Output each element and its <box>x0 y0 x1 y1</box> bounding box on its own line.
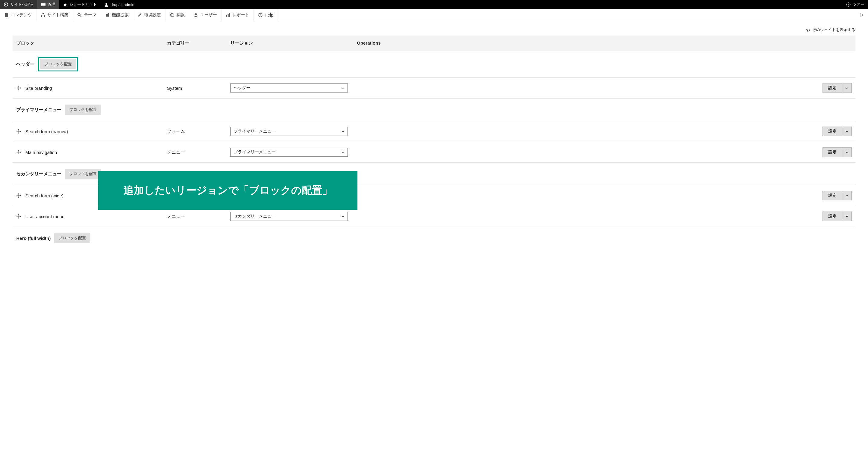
chevron-down-icon <box>341 130 344 133</box>
admin-content[interactable]: コンテンツ <box>0 9 36 21</box>
region-primary-menu: プライマリーメニュー ブロックを配置 <box>13 99 855 121</box>
annotation-overlay: 追加したいリージョンで「ブロックの配置」 <box>98 171 358 210</box>
admin-appearance[interactable]: テーマ <box>73 9 101 21</box>
place-block-button[interactable]: ブロックを配置 <box>40 59 76 69</box>
show-weights-link[interactable]: 行のウェイトを表示する <box>806 27 855 32</box>
admin-translate[interactable]: 翻訳 <box>165 9 189 21</box>
drag-handle-icon[interactable] <box>16 150 21 155</box>
admin-reports[interactable]: レポート <box>221 9 254 21</box>
settings-button[interactable]: 設定 <box>823 191 842 200</box>
chevron-down-icon <box>845 194 848 197</box>
tour-label: ツアー <box>852 2 864 7</box>
operations-dropdown[interactable] <box>842 127 852 136</box>
help-circle-icon: ? <box>258 13 263 18</box>
translate-label: 翻訳 <box>176 12 185 18</box>
settings-button[interactable]: 設定 <box>823 147 842 157</box>
region-select[interactable]: セカンダリーメニュー <box>230 212 348 221</box>
extend-label: 機能拡張 <box>112 12 129 18</box>
reports-label: レポート <box>232 12 249 18</box>
region-select-value: セカンダリーメニュー <box>234 214 276 219</box>
user-label: drupal_admin <box>111 2 134 7</box>
place-block-button[interactable]: ブロックを配置 <box>65 104 101 115</box>
region-name: セカンダリーメニュー <box>16 171 61 177</box>
svg-rect-16 <box>229 13 230 17</box>
th-operations: Operations <box>357 40 852 46</box>
chevron-down-icon <box>341 215 344 218</box>
block-row: Search form (narrow) フォーム プライマリーメニュー 設定 <box>13 121 855 142</box>
collapse-icon <box>860 13 864 18</box>
block-row: Main navigation メニュー プライマリーメニュー 設定 <box>13 142 855 163</box>
help-label: Help <box>265 13 273 18</box>
th-category: カテゴリー <box>167 40 230 46</box>
user-menu[interactable]: drupal_admin <box>100 0 138 9</box>
admin-topbar: サイトへ戻る 管理 ショートカット drupal_admin ? ツアー <box>0 0 868 9</box>
admin-extend[interactable]: 機能拡張 <box>101 9 133 21</box>
svg-point-13 <box>195 13 197 15</box>
svg-rect-9 <box>44 16 45 17</box>
table-header: ブロック カテゴリー リージョン Operations <box>13 36 855 51</box>
highlight-box: ブロックを配置 <box>38 57 78 71</box>
manage-label: 管理 <box>48 2 56 7</box>
admin-menu: コンテンツ サイト構築 テーマ 機能拡張 環境設定 翻訳 ユーザー レポート ?… <box>0 9 868 21</box>
main-content: 行のウェイトを表示する ブロック カテゴリー リージョン Operations … <box>0 21 868 249</box>
appearance-icon <box>77 13 82 18</box>
hamburger-icon <box>41 2 46 7</box>
settings-button[interactable]: 設定 <box>823 83 842 93</box>
operations-dropdown[interactable] <box>842 147 852 157</box>
chevron-down-icon <box>845 130 848 133</box>
region-name: プライマリーメニュー <box>16 107 61 113</box>
operations-dropbutton: 設定 <box>823 127 852 136</box>
back-to-site[interactable]: サイトへ戻る <box>0 0 37 9</box>
manage-toggle[interactable]: 管理 <box>37 0 59 9</box>
region-select[interactable]: ヘッダー <box>230 84 348 93</box>
tour-button[interactable]: ? ツアー <box>842 0 868 9</box>
region-select[interactable]: プライマリーメニュー <box>230 127 348 136</box>
th-region: リージョン <box>230 40 357 46</box>
chevron-down-icon <box>845 215 848 218</box>
admin-help[interactable]: ? Help <box>254 9 278 21</box>
content-icon <box>4 13 9 18</box>
place-block-button[interactable]: ブロックを配置 <box>54 233 90 243</box>
chevron-down-icon <box>341 151 344 154</box>
block-name-label: Search form (wide) <box>25 193 64 198</box>
shortcuts-menu[interactable]: ショートカット <box>59 0 100 9</box>
settings-button[interactable]: 設定 <box>823 127 842 136</box>
svg-rect-2 <box>41 4 45 5</box>
block-name-label: Main navigation <box>25 150 57 155</box>
overlay-text: 追加したいリージョンで「ブロックの配置」 <box>124 184 333 197</box>
drag-handle-icon[interactable] <box>16 86 21 90</box>
region-select[interactable]: プライマリーメニュー <box>230 148 348 157</box>
svg-point-0 <box>4 3 8 6</box>
admin-config[interactable]: 環境設定 <box>133 9 165 21</box>
structure-label: サイト構築 <box>47 12 68 18</box>
chevron-down-icon <box>845 87 848 90</box>
svg-text:?: ? <box>847 3 849 6</box>
admin-structure[interactable]: サイト構築 <box>36 9 73 21</box>
drag-handle-icon[interactable] <box>16 214 21 219</box>
block-row: Site branding System ヘッダー 設定 <box>13 78 855 99</box>
operations-dropdown[interactable] <box>842 212 852 221</box>
svg-rect-8 <box>41 16 42 17</box>
th-block: ブロック <box>16 40 167 46</box>
drag-handle-icon[interactable] <box>16 129 21 134</box>
place-block-button[interactable]: ブロックを配置 <box>65 169 101 179</box>
region-select-value: ヘッダー <box>234 85 250 91</box>
chevron-down-icon <box>341 87 344 90</box>
settings-button[interactable]: 設定 <box>823 212 842 221</box>
shortcuts-label: ショートカット <box>69 2 97 7</box>
admin-people[interactable]: ユーザー <box>189 9 221 21</box>
svg-rect-7 <box>42 13 44 14</box>
operations-dropdown[interactable] <box>842 191 852 200</box>
people-icon <box>193 13 198 18</box>
block-category: System <box>167 86 230 91</box>
operations-dropdown[interactable] <box>842 83 852 93</box>
drag-handle-icon[interactable] <box>16 193 21 198</box>
eye-icon <box>806 28 810 32</box>
svg-rect-1 <box>41 3 45 4</box>
svg-point-10 <box>78 13 80 16</box>
block-name-label: Search form (narrow) <box>25 129 68 134</box>
chevron-down-icon <box>845 151 848 154</box>
operations-dropbutton: 設定 <box>823 147 852 157</box>
collapse-toolbar[interactable] <box>856 13 868 18</box>
show-weights-label: 行のウェイトを表示する <box>812 27 855 32</box>
